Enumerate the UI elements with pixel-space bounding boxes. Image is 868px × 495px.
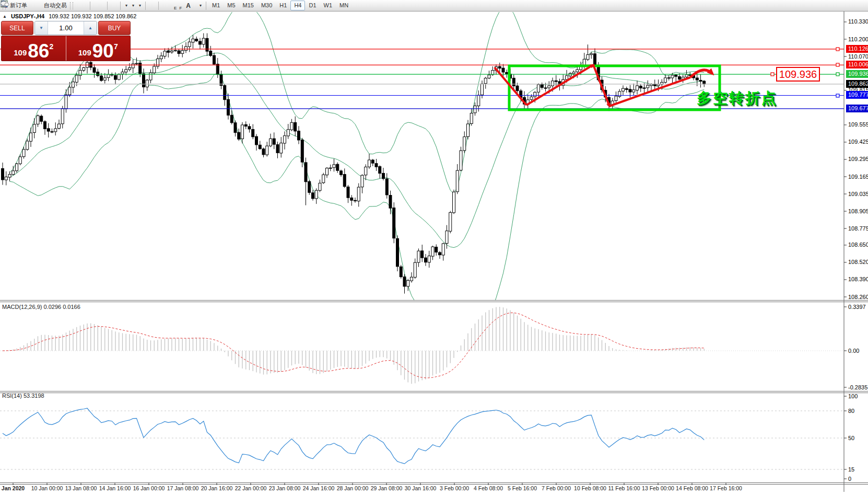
price-line-badge: 109.677 bbox=[846, 105, 868, 112]
auto-scroll-button[interactable] bbox=[110, 0, 114, 11]
timeframe-w1[interactable]: W1 bbox=[320, 1, 336, 10]
volume-down-button[interactable]: ▼ bbox=[35, 21, 48, 34]
search-button[interactable] bbox=[858, 0, 862, 11]
chat-icon bbox=[0, 0, 9, 8]
rsi-tick-label: 0 bbox=[848, 476, 851, 482]
time-axis-label: 17 Feb 16:00 bbox=[705, 485, 747, 491]
channel-letter: E bbox=[174, 6, 177, 10]
caret-icon: ▾ bbox=[200, 3, 202, 8]
line-chart-mode-button[interactable] bbox=[84, 0, 88, 11]
timeframe-m30[interactable]: M30 bbox=[257, 1, 276, 10]
timeframe-m1[interactable]: M1 bbox=[208, 1, 224, 10]
price-tick-label: 110.070 bbox=[848, 53, 868, 60]
bar-chart-mode-button[interactable] bbox=[75, 0, 79, 11]
sell-price-pips: 86 bbox=[28, 43, 49, 59]
chart-shift-button[interactable] bbox=[114, 0, 118, 11]
price-tick-label: 108.905 bbox=[848, 208, 868, 214]
chart-header: ▲ USDJPY-,H4 109.932 109.932 109.852 109… bbox=[3, 13, 136, 19]
text-tool-button[interactable]: A bbox=[184, 0, 193, 11]
text-label-tool-button[interactable] bbox=[193, 0, 197, 11]
toolbar-grip[interactable] bbox=[70, 2, 73, 9]
buy-button[interactable]: BUY bbox=[98, 21, 131, 35]
price-tick-label: 109.035 bbox=[848, 191, 868, 197]
market-watch-button[interactable] bbox=[29, 0, 33, 11]
new-order-button[interactable]: 新订单 bbox=[8, 0, 29, 11]
macd-tick-label: 0.00 bbox=[848, 348, 859, 354]
terminal-button[interactable] bbox=[33, 0, 38, 11]
chat-button[interactable] bbox=[862, 0, 866, 11]
sell-price-display[interactable]: 109 86 2 bbox=[2, 36, 66, 61]
caret-icon: ▾ bbox=[139, 3, 141, 8]
one-click-trading-panel: SELL ▼ 1.00 ▲ BUY 109 86 2 109 90 7 bbox=[1, 21, 131, 61]
price-line-badge: 109.862 bbox=[846, 80, 868, 88]
price-tick-label: 109.425 bbox=[848, 139, 868, 145]
indicators-button[interactable]: ▾ bbox=[123, 0, 130, 11]
macd-tick-label: 0.3397 bbox=[848, 304, 866, 310]
zoom-in-button[interactable] bbox=[92, 0, 97, 11]
cursor-tool-button[interactable] bbox=[148, 0, 152, 11]
fibonacci-tool-button[interactable]: F bbox=[179, 0, 184, 11]
strategy-button[interactable] bbox=[38, 0, 42, 11]
price-line-badge: 110.006 bbox=[846, 61, 868, 68]
buy-price-display[interactable]: 109 90 7 bbox=[66, 36, 131, 61]
price-tick-label: 109.295 bbox=[848, 156, 868, 162]
crosshair-tool-button[interactable] bbox=[152, 0, 156, 11]
templates-button[interactable]: ▾ bbox=[136, 0, 143, 11]
price-tick-label: 110.200 bbox=[848, 36, 868, 42]
sell-button[interactable]: SELL bbox=[1, 21, 33, 35]
sell-price-figure: 109 bbox=[14, 48, 27, 57]
zoom-out-button[interactable] bbox=[97, 0, 101, 11]
auto-trading-label: 自动交易 bbox=[44, 2, 67, 9]
price-tick-label: 110.330 bbox=[848, 18, 868, 25]
timeframe-group: M1M5M15M30H1H4D1W1MN bbox=[208, 1, 352, 10]
caret-icon: ▾ bbox=[125, 3, 127, 8]
chart-canvas bbox=[0, 0, 868, 495]
arrows-tool-button[interactable]: ▾ bbox=[197, 0, 204, 11]
timeframe-mn[interactable]: MN bbox=[336, 1, 352, 10]
timeframe-m15[interactable]: M15 bbox=[239, 1, 257, 10]
price-tick-label: 109.165 bbox=[848, 174, 868, 180]
rsi-tick-label: 15 bbox=[848, 466, 854, 473]
timeframe-m5[interactable]: M5 bbox=[224, 1, 239, 10]
price-tick-label: 108.775 bbox=[848, 225, 868, 232]
line-handle[interactable] bbox=[836, 63, 839, 66]
macd-indicator-label: MACD(12,26,9) 0.0296 0.0166 bbox=[2, 304, 80, 310]
macd-tick-label: -0.2835 bbox=[848, 384, 867, 390]
buy-price-point: 7 bbox=[114, 42, 118, 51]
price-annotation-box[interactable]: 109.936 bbox=[776, 67, 820, 82]
price-line-badge: 110.126 bbox=[846, 45, 868, 53]
line-handle[interactable] bbox=[836, 73, 839, 76]
auto-trading-button[interactable]: 自动交易 bbox=[42, 0, 69, 11]
price-tick-label: 108.390 bbox=[848, 276, 868, 282]
channel-tool-button[interactable]: E bbox=[173, 0, 179, 11]
chart-symbol-period: USDJPY-,H4 bbox=[11, 13, 44, 19]
line-handle[interactable] bbox=[771, 73, 774, 76]
rsi-tick-label: 100 bbox=[848, 393, 858, 399]
price-tick-label: 108.650 bbox=[848, 241, 868, 248]
timeframe-h1[interactable]: H1 bbox=[276, 1, 290, 10]
chart-ohlc-values: 109.932 109.932 109.852 109.862 bbox=[49, 13, 136, 19]
timeframe-d1[interactable]: D1 bbox=[305, 1, 320, 10]
mt4-terminal: { "glyphs":{"caret":"▾","up":"▲","down":… bbox=[0, 0, 868, 495]
tile-windows-button[interactable] bbox=[101, 0, 105, 11]
candle-chart-mode-button[interactable] bbox=[79, 0, 84, 11]
volume-input[interactable]: 1.00 bbox=[48, 21, 84, 34]
top-toolbar: 新订单 自动交易 ▾ ▾ bbox=[0, 0, 868, 11]
price-tick-label: 108.260 bbox=[848, 294, 868, 300]
timeframe-h4[interactable]: H4 bbox=[290, 1, 305, 10]
price-tick-label: 108.520 bbox=[848, 259, 868, 265]
vertical-line-tool-button[interactable] bbox=[161, 0, 165, 11]
collapse-panel-icon[interactable]: ▲ bbox=[3, 14, 7, 19]
volume-stepper: ▼ 1.00 ▲ bbox=[34, 21, 97, 35]
trendline-tool-button[interactable] bbox=[169, 0, 173, 11]
horizontal-line-tool-button[interactable] bbox=[165, 0, 169, 11]
line-handle[interactable] bbox=[836, 94, 839, 97]
price-tick-label: 109.555 bbox=[848, 121, 868, 128]
volume-up-button[interactable]: ▲ bbox=[84, 21, 97, 34]
periods-button[interactable]: ▾ bbox=[130, 0, 136, 11]
turning-point-annotation[interactable]: 多空转折点 bbox=[697, 88, 778, 108]
new-order-label: 新订单 bbox=[10, 2, 27, 9]
buy-price-pips: 90 bbox=[92, 43, 114, 59]
line-handle[interactable] bbox=[836, 48, 839, 51]
rsi-tick-label: 50 bbox=[848, 435, 854, 441]
